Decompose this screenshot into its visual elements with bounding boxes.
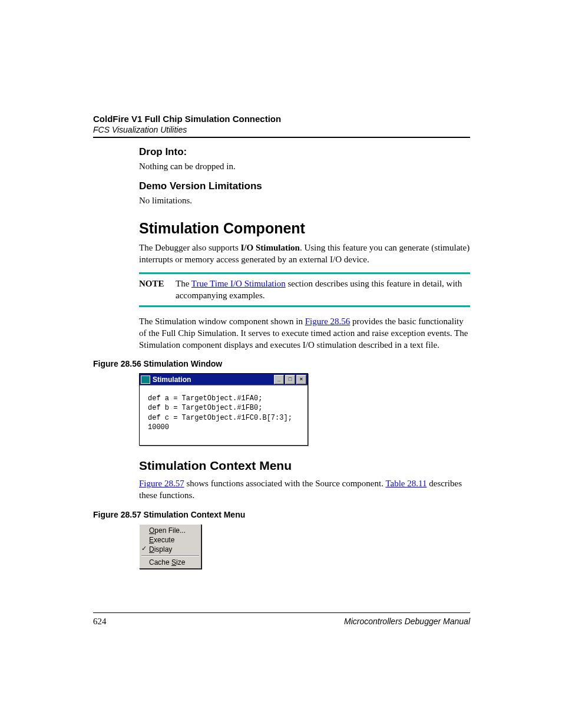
context-menu: Open File... Execute Display Cache Size	[139, 524, 201, 569]
note-label: NOTE	[139, 278, 176, 302]
link-figure-28-57[interactable]: Figure 28.57	[139, 479, 184, 488]
text-fragment: shows functions associated with the Sour…	[184, 479, 386, 488]
text-stim-intro: The Debugger also supports I/O Stimulati…	[139, 242, 470, 266]
figure-caption-28-56: Figure 28.56 Stimulation Window	[93, 359, 470, 368]
header-rule	[93, 137, 470, 138]
text-fragment: The	[176, 279, 191, 288]
text-drop-into: Nothing can be dropped in.	[139, 160, 470, 172]
heading-stimulation-context-menu: Stimulation Context Menu	[139, 459, 470, 473]
minimize-button[interactable]: _	[274, 375, 284, 384]
menu-item-open-file[interactable]: Open File...	[141, 526, 200, 535]
text-bold-io-stimulation: I/O Stimulation	[240, 243, 299, 252]
main-column: Drop Into: Nothing can be dropped in. De…	[93, 146, 470, 569]
page-footer: 624 Microcontrollers Debugger Manual	[93, 612, 470, 627]
running-header-title: ColdFire V1 Full Chip Simulation Connect…	[93, 114, 470, 124]
stimulation-window-body: def a = TargetObject.#1FA0; def b = Targ…	[140, 385, 308, 445]
maximize-button[interactable]: □	[285, 375, 295, 384]
page-number: 624	[93, 617, 107, 627]
running-header-subtitle: FCS Visualization Utilities	[93, 125, 470, 134]
link-table-28-11[interactable]: Table 28.11	[385, 479, 427, 488]
link-figure-28-56[interactable]: Figure 28.56	[305, 317, 351, 326]
page-content: ColdFire V1 Full Chip Simulation Connect…	[93, 114, 470, 569]
note-box: NOTE The True Time I/O Stimulation secti…	[139, 272, 470, 307]
window-titlebar[interactable]: Stimulation _ □ ×	[140, 374, 308, 385]
app-icon	[141, 375, 150, 384]
text-fragment: The Stimulation window component shown i…	[139, 317, 305, 326]
stimulation-window: Stimulation _ □ × def a = TargetObject.#…	[139, 373, 308, 446]
heading-demo-limits: Demo Version Limitations	[139, 180, 470, 192]
link-true-time-io[interactable]: True Time I/O Stimulation	[191, 279, 286, 288]
close-button[interactable]: ×	[296, 375, 306, 384]
window-buttons: _ □ ×	[274, 375, 306, 384]
menu-separator	[141, 555, 199, 556]
heading-stimulation-component: Stimulation Component	[139, 220, 470, 237]
manual-title: Microcontrollers Debugger Manual	[344, 617, 470, 627]
text-fragment: The Debugger also supports	[139, 243, 240, 252]
text-demo-limits: No limitations.	[139, 195, 470, 206]
note-text: The True Time I/O Stimulation section de…	[176, 278, 470, 302]
window-title: Stimulation	[153, 375, 274, 384]
text-stim-desc: The Stimulation window component shown i…	[139, 315, 470, 351]
heading-drop-into: Drop Into:	[139, 146, 470, 158]
figure-caption-28-57: Figure 28.57 Stimulation Context Menu	[93, 510, 470, 519]
menu-item-cache-size[interactable]: Cache Size	[141, 558, 200, 567]
menu-item-display[interactable]: Display	[141, 545, 200, 554]
menu-item-execute[interactable]: Execute	[141, 535, 200, 545]
text-ctx-desc: Figure 28.57 shows functions associated …	[139, 477, 470, 502]
